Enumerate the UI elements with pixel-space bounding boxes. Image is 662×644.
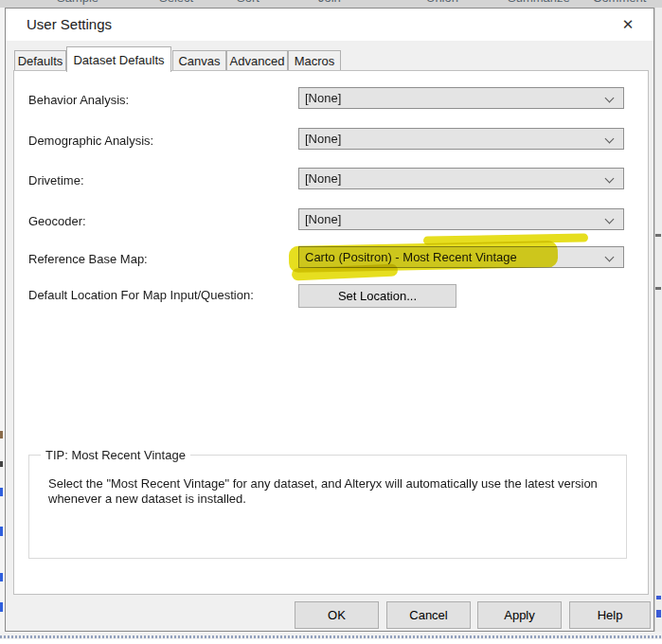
background-fragment [655,287,661,290]
tab-label: Defaults [18,54,63,68]
tip-groupbox: TIP: Most Recent Vintage Select the "Mos… [28,455,627,559]
dropdown-value: [None] [305,212,341,226]
toolbar-label-select: Select [159,0,193,5]
button-label: Apply [504,608,535,622]
background-fragment [0,488,3,496]
background-fragment [0,573,3,581]
chevron-down-icon [605,134,615,144]
dialog-titlebar[interactable]: User Settings ✕ [6,9,653,41]
button-label: Set Location... [338,289,417,303]
tab-label: Dataset Defaults [73,53,164,67]
default-location-label: Default Location For Map Input/Question: [28,288,254,302]
behavior-analysis-label: Behavior Analysis: [28,93,129,107]
help-button[interactable]: Help [569,601,651,629]
dialog-title: User Settings [27,16,112,32]
set-location-button[interactable]: Set Location... [298,284,456,308]
close-icon: ✕ [622,16,635,33]
toolbar-label-summarize: Summarize [508,0,570,5]
background-fragment [0,527,3,536]
tab-advanced[interactable]: Advanced [226,50,288,72]
chevron-down-icon [605,94,615,103]
background-bottom-strip [0,632,662,644]
tab-dataset-defaults[interactable]: Dataset Defaults [66,46,171,72]
background-fragment [0,431,3,438]
chevron-down-icon [605,215,615,224]
button-label: OK [328,608,346,622]
geocoder-dropdown[interactable]: [None] [298,208,624,230]
ok-button[interactable]: OK [295,601,379,629]
user-settings-dialog: User Settings ✕ Defaults Dataset Default… [5,8,654,632]
dropdown-value: [None] [305,132,341,146]
cancel-button[interactable]: Cancel [386,601,471,629]
dropdown-value: [None] [305,91,341,105]
dataset-defaults-page: Behavior Analysis: [None] Demographic An… [13,70,649,595]
tab-macros[interactable]: Macros [288,50,341,72]
background-fragment [0,602,3,612]
drivetime-dropdown[interactable]: [None] [298,168,624,189]
demographic-analysis-label: Demographic Analysis: [28,134,153,148]
toolbar-label-sort: Sort [237,0,259,5]
tip-groupbox-text: Select the "Most Recent Vintage" for any… [48,476,602,507]
dropdown-value: [None] [305,171,341,186]
toolbar-label-join: Join [318,0,341,5]
toolbar-label-sample: Sample [57,0,98,5]
screenshot-canvas: Sample Select Sort Join Union Summarize … [0,0,662,644]
chevron-down-icon [605,253,615,262]
tip-groupbox-legend: TIP: Most Recent Vintage [41,448,190,462]
background-fragment [0,461,3,467]
apply-button[interactable]: Apply [477,601,562,629]
background-fragment [656,596,661,599]
reference-base-map-label: Reference Base Map: [28,252,148,266]
toolbar-label-comment: Comment [593,0,646,5]
close-button[interactable]: ✕ [608,11,648,38]
background-right-sliver [654,8,662,632]
tab-label: Advanced [230,54,285,68]
background-fragment [656,610,661,617]
demographic-analysis-dropdown[interactable]: [None] [298,128,624,150]
tab-label: Macros [295,54,335,68]
button-label: Cancel [409,608,447,622]
drivetime-label: Drivetime: [28,173,84,188]
toolbar-label-union: Union [426,0,458,5]
background-toolbar-strip: Sample Select Sort Join Union Summarize … [0,0,662,8]
button-label: Help [598,608,623,622]
background-bottom-white [0,639,662,644]
tab-canvas[interactable]: Canvas [172,50,226,72]
geocoder-label: Geocoder: [28,214,86,228]
chevron-down-icon [605,174,615,184]
tab-defaults[interactable]: Defaults [14,50,66,72]
background-dashed-ruler [0,635,662,638]
tab-label: Canvas [178,54,220,68]
background-fragment [655,234,661,237]
behavior-analysis-dropdown[interactable]: [None] [298,87,624,109]
